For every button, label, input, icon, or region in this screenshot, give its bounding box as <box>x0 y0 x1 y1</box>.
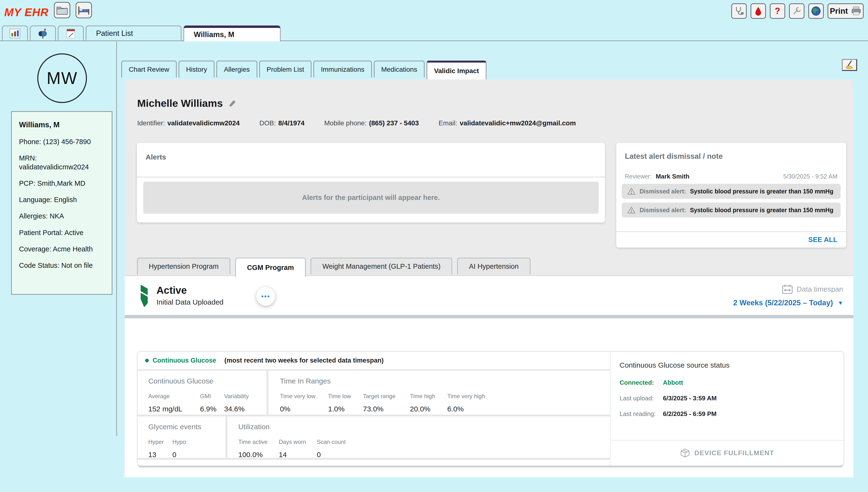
metric-hypo-value: 0 <box>172 451 186 459</box>
metric-scan-count-label: Scan count <box>317 439 346 445</box>
sidebar-code-status: Code Status: Not on file <box>19 261 104 270</box>
metric-hypo: Hypo 0 <box>172 439 186 459</box>
window-tab-patient-list[interactable]: Patient List <box>86 25 182 41</box>
window-tab-schedule[interactable] <box>58 25 84 41</box>
help-button[interactable]: ? <box>770 3 785 19</box>
program-status-title: Active <box>156 285 224 296</box>
email-value: validatevalidic+mw2024@gmail.com <box>460 119 576 127</box>
metric-scan-count-value: 0 <box>317 451 346 459</box>
alerts-empty-state: Alerts for the participant will appear h… <box>143 182 599 214</box>
print-button[interactable]: Print <box>827 3 864 19</box>
warning-triangle-icon <box>627 188 636 195</box>
window-tab-patient-list-label: Patient List <box>96 29 133 38</box>
tab-validic-impact-label: Validic Impact <box>434 67 479 75</box>
window-tab-reports[interactable] <box>2 25 28 41</box>
inpatient-bed-button[interactable] <box>76 2 92 18</box>
tools-button[interactable] <box>789 3 804 19</box>
blood-lab-button[interactable] <box>750 3 766 19</box>
question-mark-icon: ? <box>775 6 780 16</box>
dob-label: DOB: <box>260 119 276 127</box>
edit-pencil-icon[interactable] <box>228 99 236 107</box>
sidebar-phone: Phone: (123) 456-7890 <box>19 138 104 146</box>
metric-hyper-value: 13 <box>148 451 172 459</box>
metric-gmi-label: GMI <box>200 393 224 400</box>
tab-immunizations-label: Immunizations <box>321 66 364 73</box>
tab-weight-management[interactable]: Weight Management (GLP-1 Patients) <box>311 258 452 274</box>
folder-icon <box>56 5 68 16</box>
glycemic-events-section-title: Glycemic events <box>148 423 221 431</box>
sidebar-divider <box>116 41 117 436</box>
window-tab-patient-williams[interactable]: Williams, M <box>184 25 281 41</box>
continuous-glucose-tile: Continuous Glucose Average 152 mg/dL GMI… <box>138 371 266 415</box>
tab-cgm-program[interactable]: CGM Program <box>235 258 306 277</box>
reviewer-label: Reviewer: <box>625 173 652 180</box>
alert-dismissal-title: Latest alert dismissal / note <box>625 152 723 161</box>
utilization-section-title: Utilization <box>238 423 605 431</box>
metric-gmi-value: 6.9% <box>200 405 224 413</box>
dismissed-alert-label: Dismissed alert: <box>640 207 686 214</box>
timespan-selector[interactable]: 2 Weeks (5/22/2025 – Today) ▼ <box>733 299 843 307</box>
metric-gmi: GMI 6.9% <box>200 393 224 413</box>
source-status-block: Continuous Glucose source status Connect… <box>610 351 844 426</box>
device-fulfillment-button[interactable]: DEVICE FULFILLMENT <box>610 441 844 466</box>
validic-logo-icon <box>139 284 150 308</box>
note-edit-button[interactable] <box>842 59 857 71</box>
reviewer-field: Reviewer: Mark Smith <box>625 173 690 180</box>
identifier-field: Identifier:validatevalidicmw2024 <box>137 119 240 127</box>
stethoscope-button[interactable] <box>731 3 747 19</box>
app-logo-text: MY EHR <box>4 6 49 19</box>
tab-allergies-label: Allergies <box>224 66 249 73</box>
web-button[interactable] <box>808 3 824 19</box>
last-upload-label: Last upload: <box>620 395 663 402</box>
tab-immunizations[interactable]: Immunizations <box>313 60 372 77</box>
patient-avatar-initials: MW <box>47 69 77 88</box>
sidebar-patient-portal: Patient Portal: Active <box>19 228 104 237</box>
source-connected-value: Abbott <box>663 379 683 386</box>
tab-hypertension-program[interactable]: Hypertension Program <box>137 258 231 274</box>
metric-time-active-label: Time active <box>238 439 279 445</box>
mobile-phone-label: Mobile phone: <box>324 119 367 127</box>
program-menu-button[interactable]: ••• <box>256 287 275 306</box>
cgm-program-content: Active Initial Data Uploaded ••• Data ti… <box>125 275 853 477</box>
source-connected-row: Connected: Abbott <box>620 379 835 386</box>
glycemic-events-tile: Glycemic events Hyper 13 Hypo 0 <box>138 416 225 458</box>
metric-variability: Variability 34.6% <box>224 393 249 413</box>
tab-allergies[interactable]: Allergies <box>216 60 257 77</box>
last-upload-row: Last upload: 6/3/2025 - 3:59 AM <box>620 395 835 402</box>
continuous-glucose-section-title: Continuous Glucose <box>148 377 262 385</box>
patient-name-text: Michelle Williams <box>137 97 223 109</box>
charts-folder-button[interactable] <box>54 2 70 18</box>
metric-target-range-value: 73.0% <box>363 405 410 413</box>
blood-drop-icon <box>755 6 762 16</box>
app-logo[interactable]: MY EHR ▼ <box>4 6 61 19</box>
calendar-range-icon <box>782 284 793 294</box>
dismissed-alert-text: Systolic blood pressure is greater than … <box>690 188 833 195</box>
bed-icon <box>77 5 90 16</box>
chart-tabs: Chart Review History Allergies Problem L… <box>121 60 486 79</box>
metric-variability-label: Variability <box>224 393 249 400</box>
tab-chart-review[interactable]: Chart Review <box>121 60 177 77</box>
tab-ai-hypertension-label: AI Hypertension <box>469 263 519 270</box>
tab-history[interactable]: History <box>178 60 215 77</box>
metric-hyper-label: Hyper <box>148 439 172 445</box>
continuous-glucose-card: Continuous Glucose (most recent two week… <box>137 351 844 466</box>
tab-chart-review-label: Chart Review <box>129 66 169 73</box>
patient-identifier-row: Identifier:validatevalidicmw2024 DOB:8/4… <box>137 119 576 127</box>
green-dot-icon <box>145 359 149 362</box>
time-in-ranges-section-title: Time In Ranges <box>280 377 605 385</box>
dismissed-alert-label: Dismissed alert: <box>640 188 686 195</box>
tab-ai-hypertension[interactable]: AI Hypertension <box>457 258 530 274</box>
tab-problem-list[interactable]: Problem List <box>259 60 312 77</box>
tab-validic-impact[interactable]: Validic Impact <box>427 60 486 79</box>
reviewer-name: Mark Smith <box>656 173 690 180</box>
tab-medications[interactable]: Medications <box>374 60 425 77</box>
chevron-down-icon: ▼ <box>838 300 843 306</box>
window-tab-inbox[interactable] <box>30 25 56 41</box>
dismissed-alert-chip: Dismissed alert: Systolic blood pressure… <box>622 202 841 218</box>
device-fulfillment-label: DEVICE FULFILLMENT <box>695 449 774 457</box>
glucose-header-note: (most recent two weeks for selected data… <box>224 357 384 364</box>
stethoscope-icon <box>734 6 744 16</box>
see-all-link[interactable]: SEE ALL <box>808 236 838 244</box>
metric-days-worn-value: 14 <box>279 451 317 459</box>
metrics-row-2: Glycemic events Hyper 13 Hypo 0 Utilizat… <box>138 416 610 458</box>
